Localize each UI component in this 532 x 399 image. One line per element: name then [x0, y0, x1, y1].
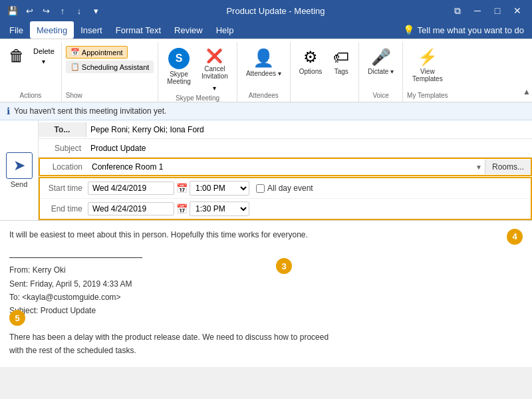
to-line: To: <kayla@customguide.com>: [9, 291, 523, 304]
delete-arrow-icon: ▾: [42, 58, 45, 65]
quick-access-toolbar: 💾 ↩ ↪ ↑ ↓ ▾: [5, 3, 103, 18]
location-field[interactable]: [88, 160, 473, 174]
tags-button[interactable]: 🏷 Tags: [328, 45, 354, 78]
delete-button[interactable]: 🗑: [4, 45, 29, 67]
ribbon-group-voice: 🎤 Dictate ▾ Voice: [359, 42, 403, 102]
maximize-btn[interactable]: □: [488, 1, 507, 20]
options-button[interactable]: ⚙ Options: [295, 45, 327, 78]
menu-help[interactable]: Help: [209, 21, 241, 39]
datetime-section: Start time 📅 1:00 PM All day event End t…: [39, 177, 532, 220]
voice-content: 🎤 Dictate ▾: [363, 42, 398, 90]
quoted-divider: [9, 257, 142, 258]
menu-review[interactable]: Review: [168, 21, 209, 39]
to-row: To...: [39, 120, 532, 139]
restore-btn[interactable]: ⧉: [448, 1, 467, 20]
subject-row: Subject: [39, 139, 532, 158]
sent-line: Sent: Friday, April 5, 2019 4:33 AM: [9, 277, 523, 291]
subject-field[interactable]: [86, 141, 532, 156]
subject-label: Subject: [39, 141, 86, 156]
dictate-label: Dictate ▾: [368, 68, 394, 75]
save-quick-btn[interactable]: 💾: [5, 3, 20, 18]
end-time-select[interactable]: 1:30 PM: [190, 201, 249, 216]
start-time-select[interactable]: 1:00 PM: [190, 181, 249, 196]
menu-insert[interactable]: Insert: [74, 21, 109, 39]
dictate-icon: 🎤: [371, 48, 391, 66]
skype-label: SkypeMeeting: [167, 70, 191, 85]
redo-btn[interactable]: ↪: [39, 3, 53, 18]
email-body[interactable]: It will be easiest to meet about this in…: [0, 221, 532, 367]
end-date-field[interactable]: [88, 202, 174, 215]
options-icon: ⚙: [303, 48, 318, 66]
close-btn[interactable]: ✕: [508, 1, 527, 20]
templates-group-label: My Templates: [407, 90, 448, 102]
attendees-button[interactable]: 👤 Attendees ▾: [241, 45, 286, 80]
dictate-button[interactable]: 🎤 Dictate ▾: [363, 45, 398, 78]
up-btn[interactable]: ↑: [55, 3, 70, 18]
ribbon-group-templates: ⚡ ViewTemplates My Templates: [403, 42, 452, 102]
tags-label: Tags: [334, 68, 348, 75]
delete-dropdown-btn[interactable]: ▾: [31, 57, 57, 66]
badge-5: 5: [9, 310, 25, 326]
ribbon-group-actions: 🗑 Delete ▾ Actions: [0, 42, 62, 102]
start-date-field[interactable]: [88, 182, 174, 195]
rooms-button[interactable]: Rooms...: [485, 160, 531, 174]
options-label: Options: [299, 68, 322, 75]
appointment-icon: 📅: [70, 48, 80, 57]
end-date-cal-icon[interactable]: 📅: [174, 203, 190, 214]
skype-icon: S: [168, 48, 190, 69]
cancel-dropdown-btn[interactable]: ▾: [201, 83, 228, 93]
ribbon-group-show: 📅 Appointment 📋 Scheduling Assistant Sho…: [62, 42, 159, 102]
info-message: You haven't sent this meeting invitation…: [14, 106, 166, 116]
info-bar: ℹ You haven't sent this meeting invitati…: [0, 102, 532, 120]
all-day-checkbox[interactable]: [256, 184, 265, 193]
all-day-event: All day event: [256, 184, 313, 193]
minimize-btn[interactable]: ─: [468, 1, 487, 20]
subject-line: Subject: Product Update: [9, 304, 523, 317]
menu-meeting[interactable]: Meeting: [30, 21, 74, 39]
scheduling-label: Scheduling Assistant: [82, 63, 150, 71]
scheduling-icon: 📋: [70, 63, 80, 71]
ribbon-group-options: ⚙ Options 🏷 Tags: [291, 42, 359, 102]
lightbulb-icon: 💡: [403, 25, 414, 35]
tags-icon: 🏷: [333, 48, 349, 66]
body-main-text: It will be easiest to meet about this in…: [9, 229, 501, 241]
templates-icon: ⚡: [418, 48, 438, 66]
title-bar-left: 💾 ↩ ↪ ↑ ↓ ▾: [5, 3, 103, 18]
location-dropdown-icon[interactable]: ▼: [473, 161, 485, 174]
send-panel: ➤ Send: [0, 120, 39, 220]
start-time-label: Start time: [40, 184, 88, 193]
to-button[interactable]: To...: [39, 122, 86, 137]
undo-btn[interactable]: ↩: [22, 3, 37, 18]
all-day-label: All day event: [267, 184, 313, 193]
cancel-label: CancelInvitation: [201, 65, 228, 80]
cancel-invitation-button[interactable]: ❌ CancelInvitation: [197, 45, 233, 83]
actions-label: Actions: [20, 90, 42, 102]
end-time-row: End time 📅 1:30 PM: [40, 199, 531, 219]
view-templates-button[interactable]: ⚡ ViewTemplates: [408, 45, 448, 86]
window-title: Product Update - Meeting: [103, 6, 448, 16]
appointment-button[interactable]: 📅 Appointment: [66, 46, 128, 59]
tell-me-text[interactable]: Tell me what you want to do: [418, 25, 524, 35]
delete-label-btn[interactable]: Delete: [31, 46, 57, 57]
scheduling-button[interactable]: 📋 Scheduling Assistant: [66, 61, 154, 73]
menu-format-text[interactable]: Format Text: [109, 21, 168, 39]
skype-meeting-button[interactable]: S SkypeMeeting: [162, 45, 196, 88]
down-btn[interactable]: ↓: [72, 3, 86, 18]
more-btn[interactable]: ▾: [88, 3, 103, 18]
ribbon-collapse-btn[interactable]: ▲: [521, 42, 532, 102]
attendees-label: Attendees ▾: [246, 70, 281, 77]
to-field[interactable]: [86, 122, 532, 137]
skype-content: S SkypeMeeting ❌ CancelInvitation ▾: [162, 42, 233, 93]
send-button[interactable]: ➤: [6, 152, 33, 179]
voice-label: Voice: [372, 90, 388, 102]
form-fields: To... Subject Location ▼ Rooms... Start …: [39, 120, 532, 220]
start-date-cal-icon[interactable]: 📅: [174, 183, 190, 194]
templates-label: ViewTemplates: [412, 68, 443, 82]
title-bar: 💾 ↩ ↪ ↑ ↓ ▾ Product Update - Meeting ⧉ ─…: [0, 0, 532, 21]
menu-file[interactable]: File: [3, 21, 30, 39]
attendees-group-label: Attendees: [249, 90, 279, 102]
options-content: ⚙ Options 🏷 Tags: [295, 42, 354, 98]
templates-content: ⚡ ViewTemplates: [408, 42, 448, 90]
window-controls: ⧉ ─ □ ✕: [448, 1, 527, 20]
attendees-content: 👤 Attendees ▾: [241, 42, 286, 90]
